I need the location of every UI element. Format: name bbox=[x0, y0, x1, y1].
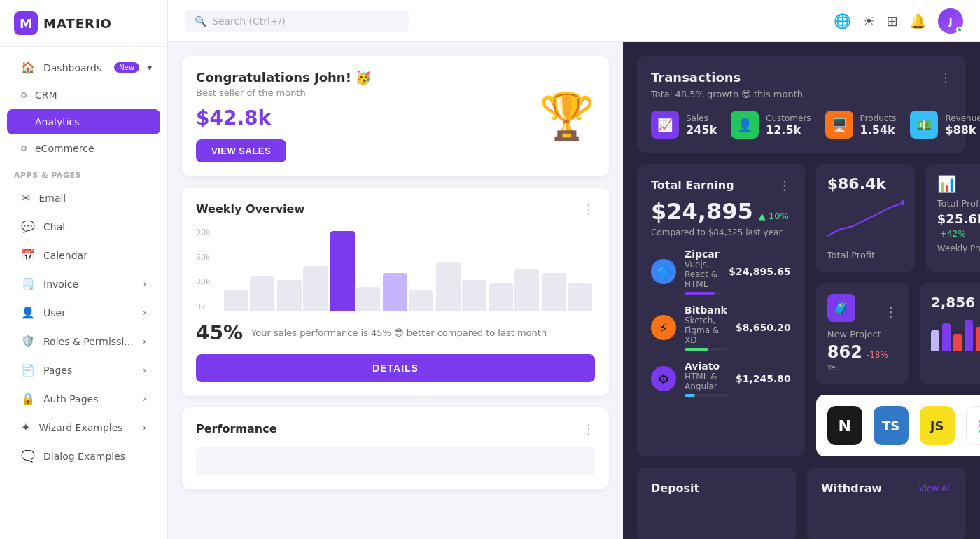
circle-active-icon bbox=[21, 119, 27, 125]
earning-menu-button[interactable]: ⋮ bbox=[778, 178, 791, 192]
profit-value: $25.6k bbox=[937, 211, 980, 226]
bitbank-info: Bitbank Sketch, Figma & XD bbox=[685, 304, 727, 351]
bitbank-sub: Sketch, Figma & XD bbox=[685, 316, 727, 345]
products-icon: 🖥️ bbox=[825, 111, 853, 139]
earning-amount: $24,895 bbox=[651, 198, 753, 225]
sidebar-item-auth[interactable]: 🔒 Auth Pages › bbox=[7, 385, 160, 412]
user-icon: 👤 bbox=[21, 306, 35, 319]
sidebar-item-calendar[interactable]: 📅 Calendar bbox=[7, 241, 160, 269]
performance-menu-button[interactable]: ⋮ bbox=[582, 421, 595, 436]
revenue-icon: 💵 bbox=[910, 111, 938, 139]
stat-products: 🖥️ Products 1.54k bbox=[825, 111, 897, 139]
svg-point-0 bbox=[901, 200, 904, 205]
aviato-amount: $1,245.80 bbox=[736, 373, 791, 384]
theme-icon[interactable]: ☀️ bbox=[862, 13, 875, 29]
view-all-button[interactable]: View All bbox=[919, 484, 952, 493]
avatar[interactable]: J bbox=[938, 8, 963, 34]
transactions-card: Transactions Total 48.5% growth 😎 this m… bbox=[637, 56, 966, 153]
sidebar-item-analytics[interactable]: Analytics bbox=[7, 109, 160, 134]
dialog-label: Dialog Examples bbox=[43, 451, 125, 462]
total-earning-card: Total Earning ⋮ $24,895 ▲ 10% Compared t… bbox=[637, 164, 805, 456]
email-label: Email bbox=[38, 192, 66, 204]
sidebar-item-email[interactable]: ✉️ Email bbox=[7, 184, 160, 211]
dark-side: Transactions Total 48.5% growth 😎 this m… bbox=[623, 42, 980, 539]
zipcar-sub: Vuejs, React & HTML bbox=[685, 260, 720, 289]
light-side: Congratulations John! 🥳 Best seller of t… bbox=[168, 42, 623, 539]
y-label-30k: 30k bbox=[196, 277, 210, 286]
ecommerce-label: eCommerce bbox=[35, 143, 94, 154]
sidebar-item-user[interactable]: 👤 User › bbox=[7, 299, 160, 326]
bar bbox=[277, 280, 302, 312]
zipcar-amount: $24,895.65 bbox=[729, 266, 791, 277]
content-area: Congratulations John! 🥳 Best seller of t… bbox=[168, 42, 980, 539]
calendar-label: Calendar bbox=[43, 250, 88, 261]
zipcar-name: Zipcar bbox=[685, 248, 720, 260]
deposit-card: Deposit bbox=[637, 468, 796, 539]
details-button[interactable]: DETAILS bbox=[196, 354, 595, 382]
nextjs-logo: N bbox=[827, 406, 862, 445]
tech-logos-card: N TS JS bbox=[816, 395, 980, 456]
mini-bar-card: 2,856 bbox=[920, 283, 980, 384]
project-menu-button[interactable]: ⋮ bbox=[885, 304, 897, 319]
sales-label: Sales bbox=[686, 113, 717, 123]
performance-chart-placeholder bbox=[196, 447, 595, 475]
bar bbox=[514, 270, 539, 312]
bar-group-3 bbox=[330, 231, 381, 312]
figma-logo bbox=[966, 406, 980, 445]
wizard-icon: ✦ bbox=[21, 421, 30, 434]
performance-header: Performance ⋮ bbox=[196, 421, 595, 436]
mini-bar bbox=[931, 330, 939, 351]
profit-stats-card: 📊 ⋮ Total Profit $25.6k +42% Weekly Prof… bbox=[926, 164, 980, 272]
earning-item-zipcar: 🔷 Zipcar Vuejs, React & HTML $24,895.65 bbox=[651, 248, 791, 295]
new-project-label: New Project bbox=[827, 329, 897, 340]
bar-group-7 bbox=[542, 273, 592, 312]
revenue-label: Revenue bbox=[945, 113, 980, 123]
new-project-card: 🧳 ⋮ New Project 862 -18% Ye... bbox=[816, 283, 909, 384]
view-sales-button[interactable]: VIEW SALES bbox=[196, 139, 286, 162]
congrats-title: Congratulations John! 🥳 bbox=[196, 70, 371, 85]
sidebar-item-wizard[interactable]: ✦ Wizard Examples › bbox=[7, 414, 160, 441]
sidebar-item-dashboards[interactable]: 🏠 Dashboards New ▾ bbox=[7, 54, 160, 81]
earning-pct: ▲ 10% bbox=[759, 211, 789, 221]
chevron-right-icon: › bbox=[143, 394, 146, 404]
trophy-emoji: 🏆 bbox=[539, 90, 595, 143]
bitbank-icon: ⚡ bbox=[651, 315, 676, 340]
earning-compare: Compared to $84,325 last year bbox=[651, 227, 791, 237]
email-icon: ✉️ bbox=[21, 191, 30, 204]
zipcar-icon: 🔷 bbox=[651, 259, 676, 284]
sidebar-item-ecommerce[interactable]: eCommerce bbox=[7, 136, 160, 161]
bar bbox=[462, 280, 486, 312]
transactions-menu-button[interactable]: ⋮ bbox=[939, 70, 952, 85]
mini-bar-chart bbox=[931, 316, 980, 351]
sidebar-item-pages[interactable]: 📄 Pages › bbox=[7, 356, 160, 384]
sidebar-item-dialog[interactable]: 🗨️ Dialog Examples bbox=[7, 442, 160, 470]
deposit-title: Deposit bbox=[651, 482, 699, 495]
sidebar-item-crm[interactable]: CRM bbox=[7, 83, 160, 108]
translate-icon[interactable]: 🌐 bbox=[834, 13, 851, 29]
bar-group-1 bbox=[224, 276, 274, 312]
bar bbox=[303, 266, 328, 312]
customers-icon: 👤 bbox=[731, 111, 759, 139]
weekly-card-header: Weekly Overview ⋮ bbox=[196, 202, 595, 216]
chart-wrapper: 90k 60k 30k 0k bbox=[196, 227, 595, 312]
bar-chart bbox=[221, 227, 595, 312]
bell-icon[interactable]: 🔔 bbox=[909, 13, 927, 29]
earning-item-aviato: ⚙️ Aviato HTML & Angular $1,245.80 bbox=[651, 360, 791, 397]
chevron-right-icon: › bbox=[143, 423, 146, 433]
transactions-stats: 📈 Sales 245k 👤 Customers 12.5k bbox=[651, 111, 952, 139]
chevron-right-icon: › bbox=[143, 308, 146, 318]
search-bar[interactable]: 🔍 Search (Ctrl+/) bbox=[185, 10, 409, 32]
sidebar-item-chat[interactable]: 💬 Chat bbox=[7, 213, 160, 240]
weekly-profit-label: Weekly Profit bbox=[937, 244, 980, 253]
congrats-card: Congratulations John! 🥳 Best seller of t… bbox=[182, 56, 609, 176]
shield-icon: 🛡️ bbox=[21, 335, 35, 348]
withdraw-header: Withdraw View All bbox=[821, 482, 952, 495]
bar bbox=[383, 273, 407, 312]
crm-label: CRM bbox=[35, 90, 57, 101]
sidebar-item-invoice[interactable]: 🗒️ Invoice › bbox=[7, 270, 160, 298]
topbar-actions: 🌐 ☀️ ⊞ 🔔 J bbox=[834, 8, 963, 34]
sidebar-item-roles[interactable]: 🛡️ Roles & Permissi... › bbox=[7, 328, 160, 355]
weekly-menu-button[interactable]: ⋮ bbox=[582, 202, 595, 216]
grid-icon[interactable]: ⊞ bbox=[886, 13, 898, 29]
wizard-label: Wizard Examples bbox=[38, 422, 122, 433]
